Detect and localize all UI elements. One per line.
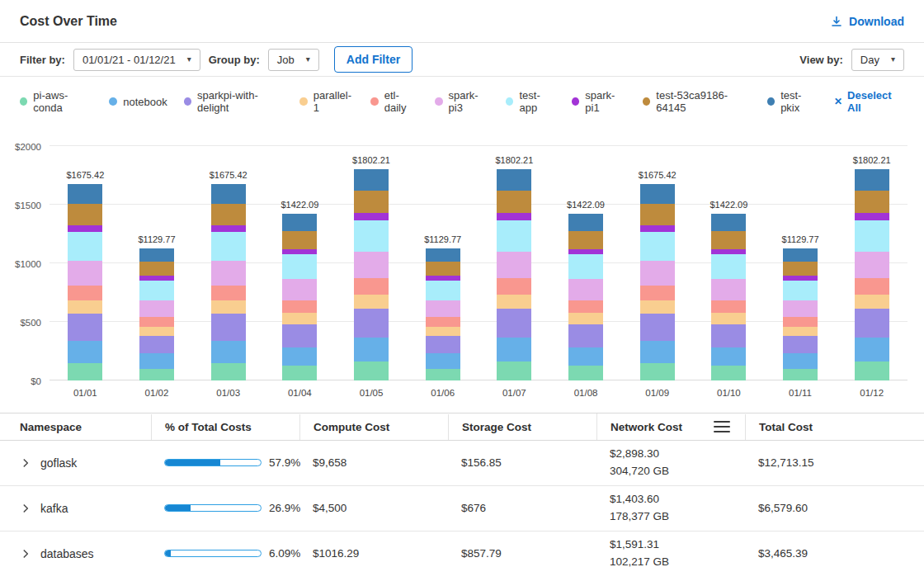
network-cost-value: $1,591.31 <box>610 536 737 554</box>
total-cost-cell: $3,465.39 <box>745 542 924 565</box>
column-menu-icon[interactable] <box>714 420 730 433</box>
table-header-row: Namespace% of Total CostsCompute CostSto… <box>0 413 924 441</box>
y-axis-label: $2000 <box>2 142 41 152</box>
bar-segment-spark-pi3 <box>354 252 389 278</box>
deselect-all-label: Deselect All <box>847 89 904 114</box>
percent-progress-bar <box>164 459 262 466</box>
bar-segment-test-53ca9186-64145 <box>640 204 675 225</box>
download-button[interactable]: Download <box>830 15 904 28</box>
bar-segment-spark-pi3 <box>211 261 246 286</box>
bar-stack-01-06[interactable] <box>426 248 460 380</box>
legend-item-spark-pi1[interactable]: spark-pi1 <box>572 89 626 114</box>
bar-segment-test-app <box>568 254 603 279</box>
bar-segment-parallel-1 <box>354 295 389 309</box>
bar-segment-parallel-1 <box>139 327 174 336</box>
legend-label: pi-aws-conda <box>33 89 92 114</box>
bar-segment-pi-aws-conda <box>711 366 746 380</box>
namespace-name: goflask <box>40 456 77 470</box>
legend-dot <box>370 97 378 106</box>
y-axis-label: $1000 <box>2 259 41 269</box>
storage-cost-cell: $857.79 <box>448 542 596 565</box>
bar-column-01-01: $1675.42 <box>50 146 121 380</box>
deselect-all-button[interactable]: ✕ Deselect All <box>834 89 904 114</box>
network-cost-value: $2,898.30 <box>610 446 737 463</box>
bar-segment-test-pkix <box>211 184 246 204</box>
bar-segment-test-pkix <box>640 184 675 204</box>
x-axis-label: 01/06 <box>407 388 478 398</box>
bar-stack-01-09[interactable] <box>640 184 675 380</box>
bar-segment-spark-pi3 <box>282 279 317 300</box>
legend-item-notebook[interactable]: notebook <box>109 96 167 108</box>
bar-segment-spark-pi1 <box>497 213 531 220</box>
bar-stack-01-04[interactable] <box>282 214 317 380</box>
bar-segment-pi-aws-conda <box>211 363 246 380</box>
bar-total-label: $1675.42 <box>210 170 248 180</box>
legend-item-sparkpi-with-delight[interactable]: sparkpi-with-delight <box>184 89 284 114</box>
group-by-select[interactable]: Job ▾ <box>268 49 319 71</box>
column-header-namespace: Namespace <box>0 414 151 440</box>
network-cost-cell: $1,403.60178,377 GB <box>596 486 745 531</box>
column-header-label: Namespace <box>20 421 82 433</box>
bar-segment-test-pkix <box>426 248 460 262</box>
bar-segment-pi-aws-conda <box>783 369 818 380</box>
expand-chevron-icon[interactable] <box>20 503 31 514</box>
bar-stack-01-12[interactable] <box>855 169 889 380</box>
bar-segment-test-pkix <box>354 169 389 191</box>
legend-item-parallel-1[interactable]: parallel-1 <box>299 89 354 114</box>
bar-segment-sparkpi-with-delight <box>282 324 317 347</box>
legend-label: etl-daily <box>384 89 419 114</box>
bar-segment-sparkpi-with-delight <box>354 309 389 338</box>
bar-stack-01-02[interactable] <box>139 248 174 380</box>
legend-item-test-53ca9186-64145[interactable]: test-53ca9186-64145 <box>643 89 751 114</box>
date-range-select[interactable]: 01/01/21 - 01/12/21 ▾ <box>73 49 200 71</box>
bar-segment-test-53ca9186-64145 <box>211 204 246 225</box>
y-axis-label: $1500 <box>2 201 41 210</box>
bar-segment-test-app <box>711 254 746 279</box>
view-by-select[interactable]: Day ▾ <box>851 49 904 71</box>
percent-progress-bar <box>164 550 262 557</box>
bar-total-label: $1129.77 <box>138 234 175 244</box>
bar-segment-pi-aws-conda <box>640 363 675 380</box>
bar-stack-01-08[interactable] <box>568 214 603 380</box>
legend-item-spark-pi3[interactable]: spark-pi3 <box>435 89 489 114</box>
filter-by-label: Filter by: <box>20 54 65 66</box>
bar-column-01-07: $1802.21 <box>478 146 550 380</box>
bar-segment-test-pkix <box>139 248 174 262</box>
bar-segment-pi-aws-conda <box>354 361 389 380</box>
compute-cost-cell: $1016.29 <box>299 542 448 565</box>
bar-total-label: $1802.21 <box>352 155 390 165</box>
legend-item-etl-daily[interactable]: etl-daily <box>370 89 418 114</box>
bar-stack-01-10[interactable] <box>711 214 746 380</box>
bar-segment-sparkpi-with-delight <box>640 314 675 341</box>
bar-segment-spark-pi1 <box>711 249 746 255</box>
bar-stack-01-05[interactable] <box>354 169 389 380</box>
bar-segment-notebook <box>211 341 246 363</box>
bar-stack-01-11[interactable] <box>783 248 818 380</box>
legend-item-test-app[interactable]: test-app <box>506 89 555 114</box>
bar-segment-etl-daily <box>855 278 889 295</box>
bar-segment-notebook <box>282 347 317 366</box>
bar-segment-test-53ca9186-64145 <box>783 262 818 276</box>
percent-progress-fill <box>165 460 220 465</box>
x-axis-label: 01/10 <box>693 388 765 398</box>
network-cost-cell: $1,591.31102,217 GB <box>596 532 745 567</box>
expand-chevron-icon[interactable] <box>20 457 31 469</box>
column-header-label: Storage Cost <box>462 421 531 433</box>
bar-stack-01-01[interactable] <box>68 184 102 380</box>
group-by-value: Job <box>277 54 295 66</box>
legend-item-pi-aws-conda[interactable]: pi-aws-conda <box>20 89 92 114</box>
bar-column-01-09: $1675.42 <box>621 146 693 380</box>
bar-stack-01-03[interactable] <box>211 184 246 380</box>
bar-segment-sparkpi-with-delight <box>68 314 102 341</box>
bar-segment-etl-daily <box>783 317 818 328</box>
bar-column-01-11: $1129.77 <box>765 146 837 380</box>
chevron-down-icon: ▾ <box>306 55 310 64</box>
expand-chevron-icon[interactable] <box>20 548 31 560</box>
bar-column-01-12: $1802.21 <box>836 146 908 380</box>
bar-segment-etl-daily <box>711 300 746 314</box>
bar-segment-pi-aws-conda <box>568 366 603 380</box>
bar-stack-01-07[interactable] <box>497 169 531 380</box>
add-filter-button[interactable]: Add Filter <box>334 46 412 73</box>
legend-item-test-pkix[interactable]: test-pkix <box>767 89 818 114</box>
x-axis-label: 01/05 <box>336 388 408 398</box>
